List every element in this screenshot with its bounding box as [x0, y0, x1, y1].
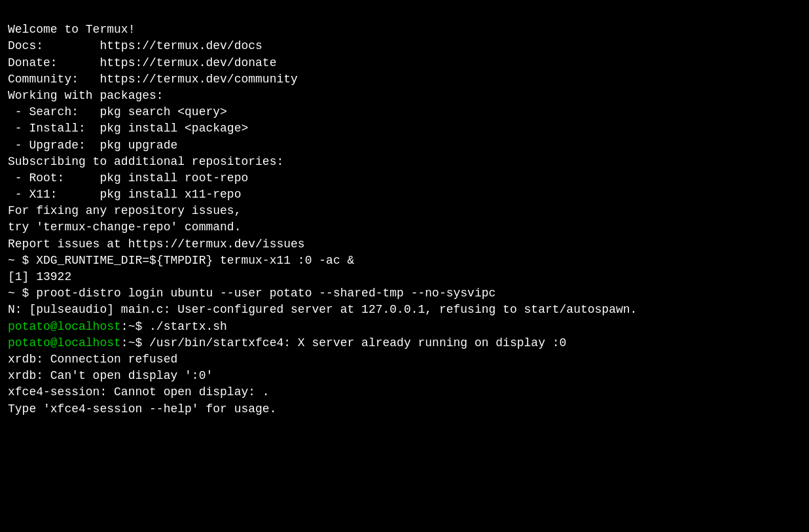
terminal-line: xfce4-session: Cannot open display: . [8, 384, 801, 400]
terminal-line: try 'termux-change-repo' command. [8, 219, 801, 236]
terminal-line: potato@localhost:~$ /usr/bin/startxfce4:… [8, 335, 801, 351]
terminal-line: Community: https://termux.dev/community [8, 71, 801, 88]
terminal-line: xrdb: Connection refused [8, 351, 801, 368]
terminal-line: N: [pulseaudio] main.c: User-configured … [8, 302, 801, 318]
terminal-line: ~ $ proot-distro login ubuntu --user pot… [8, 285, 801, 302]
terminal-line: ~ $ XDG_RUNTIME_DIR=${TMPDIR} termux-x11… [8, 253, 801, 269]
terminal-line: potato@localhost:~$ ./startx.sh [8, 319, 801, 335]
terminal-line: Working with packages: [8, 88, 801, 104]
terminal-line: xrdb: Can't open display ':0' [8, 368, 801, 384]
terminal-line: - Upgrade: pkg upgrade [8, 137, 801, 154]
terminal-line: Subscribing to additional repositories: [8, 154, 801, 170]
terminal-line: Donate: https://termux.dev/donate [8, 55, 801, 71]
terminal-line: Type 'xfce4-session --help' for usage. [8, 401, 801, 417]
terminal-line: - Root: pkg install root-repo [8, 170, 801, 186]
terminal-line: Welcome to Termux! [8, 22, 801, 38]
terminal-line: [1] 13922 [8, 269, 801, 285]
terminal-line: For fixing any repository issues, [8, 203, 801, 219]
terminal-line: - Search: pkg search <query> [8, 104, 801, 120]
terminal-line: Docs: https://termux.dev/docs [8, 38, 801, 54]
terminal-output: Welcome to Termux!Docs: https://termux.d… [8, 5, 801, 417]
terminal-line: - X11: pkg install x11-repo [8, 186, 801, 203]
terminal-line: - Install: pkg install <package> [8, 120, 801, 137]
terminal-line: Report issues at https://termux.dev/issu… [8, 236, 801, 253]
